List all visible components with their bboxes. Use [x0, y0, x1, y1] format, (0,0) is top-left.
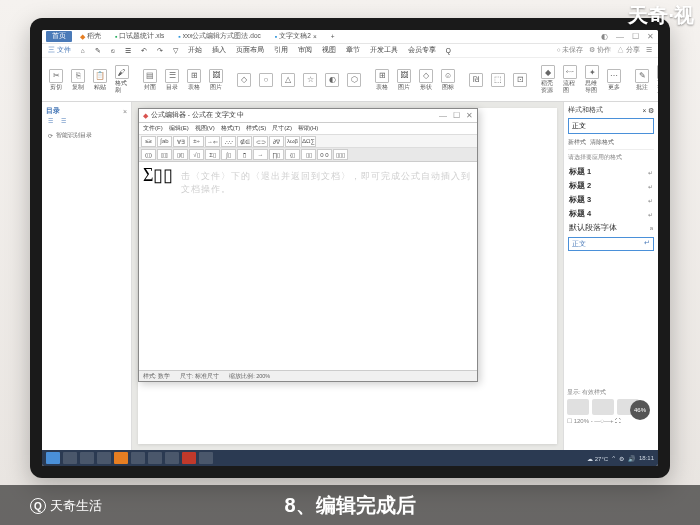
eq-sym-btn[interactable]: ∆Ω∑ [301, 136, 316, 147]
window-user-icon[interactable]: ◐ [601, 32, 608, 41]
eq-menu-help[interactable]: 帮助(H) [298, 124, 318, 133]
eq-sym-btn[interactable]: λωβ [285, 136, 300, 147]
ribbon-btn[interactable]: ◐ [322, 72, 342, 88]
menu-undo[interactable]: ↶ [141, 47, 147, 55]
window-min-icon[interactable]: — [616, 32, 624, 41]
eq-sym-btn[interactable]: ≤≥ [141, 136, 156, 147]
taskbar-app[interactable] [131, 452, 145, 464]
taskbar-app[interactable] [97, 452, 111, 464]
eq-tmpl-btn[interactable]: (▯) [141, 149, 156, 160]
rp-style-item[interactable]: 标题 2↵ [568, 179, 654, 193]
ribbon-btn[interactable]: ◇形状 [416, 68, 436, 92]
ribbon-btn[interactable]: 📋粘贴 [90, 68, 110, 92]
rp-footer-btn[interactable] [567, 399, 589, 415]
rp-current-style[interactable]: 正文 [568, 118, 654, 134]
menu-dev[interactable]: 开发工具 [370, 46, 398, 55]
menu-more-icon[interactable]: ☰ [646, 46, 652, 55]
menu-icon[interactable]: ☰ [125, 47, 131, 55]
lp-tab[interactable]: ☰ [59, 116, 68, 125]
menu-insert[interactable]: 插入 [212, 46, 226, 55]
eq-menu-view[interactable]: 视图(V) [195, 124, 215, 133]
taskbar-search[interactable] [63, 452, 77, 464]
lp-tab[interactable]: ☰ [46, 116, 55, 125]
page[interactable]: ◆ 公式编辑器 - 公式在 文字文 中 — ☐ ✕ 文件(F) 编辑(E) 视图… [138, 108, 557, 444]
ribbon-btn[interactable]: ▤封面 [140, 68, 160, 92]
taskbar-start[interactable] [46, 452, 60, 464]
ribbon-btn[interactable]: ⬳流程图 [560, 64, 580, 95]
taskbar-tray-icon[interactable]: 🔊 [628, 455, 635, 462]
ribbon-btn[interactable]: ☰目录 [162, 68, 182, 92]
rp-style-item[interactable]: 默认段落字体a [568, 221, 654, 235]
rp-style-item[interactable]: 标题 1↵ [568, 165, 654, 179]
taskbar-app[interactable] [80, 452, 94, 464]
taskbar-weather[interactable]: ☁ 27°C [587, 455, 608, 462]
ribbon-btn[interactable]: ✎批注 [632, 68, 652, 92]
menu-share[interactable]: △ 分享 [617, 46, 640, 55]
eq-tmpl-btn[interactable]: ∫▯ [221, 149, 236, 160]
menu-review[interactable]: 审阅 [298, 46, 312, 55]
ribbon-btn[interactable]: ⎘复制 [68, 68, 88, 92]
rp-style-item[interactable]: 标题 4↵ [568, 207, 654, 221]
ribbon-btn[interactable]: ✂剪切 [46, 68, 66, 92]
menu-view[interactable]: 视图 [322, 46, 336, 55]
ribbon-btn[interactable]: ⬡ [344, 72, 364, 88]
menu-redo[interactable]: ↷ [157, 47, 163, 55]
ribbon-btn[interactable]: 🖼图片 [206, 68, 226, 92]
tab-file-3[interactable]: ▪文字文稿2 × [269, 31, 323, 42]
ribbon-btn[interactable]: ▦页眉页脚 [654, 64, 658, 95]
eq-tmpl-btn[interactable]: [▯] [157, 149, 172, 160]
taskbar-time[interactable]: 18:11 [639, 455, 654, 461]
menu-icon[interactable]: ⎋ [111, 47, 115, 54]
taskbar-tray-icon[interactable]: ⚙ [619, 455, 624, 462]
eq-close-icon[interactable]: ✕ [466, 111, 473, 120]
rp-new-style[interactable]: 新样式 [568, 138, 586, 147]
rp-footer-btn[interactable] [592, 399, 614, 415]
tab-home[interactable]: 首页 [46, 31, 72, 42]
menu-icon[interactable]: ⌂ [81, 47, 85, 54]
eq-tmpl-btn[interactable]: ▯▯ [301, 149, 316, 160]
menu-file[interactable]: 三 文件 [48, 46, 71, 55]
ribbon-btn[interactable]: ⊞表格 [372, 68, 392, 92]
eq-sym-btn[interactable]: ∫ab [157, 136, 172, 147]
ribbon-btn[interactable]: ◇ [234, 72, 254, 88]
menu-start[interactable]: 开始 [188, 46, 202, 55]
menu-reference[interactable]: 引用 [274, 46, 288, 55]
eq-max-icon[interactable]: ☐ [453, 111, 460, 120]
menu-unsaved[interactable]: ○ 未保存 [557, 46, 584, 55]
ribbon-btn[interactable]: ○ [256, 72, 276, 88]
eq-menu-size[interactable]: 尺寸(Z) [272, 124, 292, 133]
menu-section[interactable]: 章节 [346, 46, 360, 55]
eq-tmpl-btn[interactable]: 0 0 [317, 149, 332, 160]
taskbar-app[interactable] [182, 452, 196, 464]
ribbon-btn[interactable]: ◆稻壳资源 [538, 64, 558, 95]
eq-tmpl-btn[interactable]: Σ▯ [205, 149, 220, 160]
menu-layout[interactable]: 页面布局 [236, 46, 264, 55]
eq-tmpl-btn[interactable]: {▯ [285, 149, 300, 160]
eq-min-icon[interactable]: — [439, 111, 447, 120]
menu-icon[interactable]: ✎ [95, 47, 101, 55]
eq-sym-btn[interactable]: →⇐ [205, 136, 220, 147]
tab-add[interactable]: + [325, 32, 341, 41]
ribbon-btn[interactable]: ₪ [466, 72, 486, 88]
eq-menu-style[interactable]: 样式(S) [246, 124, 266, 133]
rp-close-icon[interactable]: × ⚙ [642, 107, 654, 115]
window-close-icon[interactable]: ✕ [647, 32, 654, 41]
ribbon-btn[interactable]: 🖌格式刷 [112, 64, 132, 95]
ribbon-btn[interactable]: ✦思维导图 [582, 64, 602, 95]
eq-tmpl-btn[interactable]: → [253, 149, 268, 160]
tab-file-1[interactable]: ▪口试题统计.xls [109, 31, 170, 42]
taskbar-app[interactable] [148, 452, 162, 464]
eq-tmpl-btn[interactable]: ▯▯▯ [333, 149, 348, 160]
menu-dropdown-icon[interactable]: ▽ [173, 47, 178, 55]
ribbon-btn[interactable]: ☆ [300, 72, 320, 88]
menu-collab[interactable]: ⚙ 协作 [589, 46, 611, 55]
eq-tmpl-btn[interactable]: ▯̄ [237, 149, 252, 160]
taskbar-app[interactable] [114, 452, 128, 464]
eq-menu-file[interactable]: 文件(F) [143, 124, 163, 133]
tab-file-2[interactable]: ▪xxx公式编辑方式图法.doc [172, 31, 267, 42]
ribbon-btn[interactable]: △ [278, 72, 298, 88]
ribbon-btn[interactable]: ⊞表格 [184, 68, 204, 92]
menu-vip[interactable]: 会员专享 [408, 46, 436, 55]
eq-sym-btn[interactable]: ⊂⊃ [253, 136, 268, 147]
eq-tmpl-btn[interactable]: ∏▯ [269, 149, 284, 160]
